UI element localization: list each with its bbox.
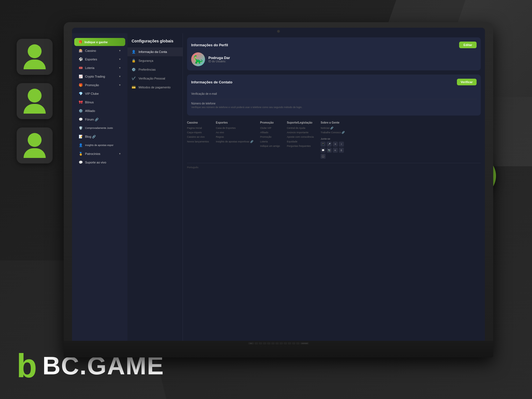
social-twitter-icon[interactable]: ✕ [333,142,338,147]
justo-icon: 🛡️ [78,126,83,130]
social-bitcoin-icon[interactable]: ₿ [339,148,344,153]
footer-link[interactable]: Aposte com consciência [287,135,314,139]
social-mic-icon[interactable]: 🎤 [327,142,332,147]
footer-link[interactable]: Clube VIP [260,126,280,130]
footer-link[interactable]: Loteria [260,139,280,144]
sidebar-item-vip[interactable]: 💎 VIP Clube [74,89,125,98]
sidebar-item-cassino[interactable]: 🎰 Cassino ▼ [74,47,125,55]
avatar-circle-2 [28,89,42,103]
user-info-row: 🦕 Podruga Dar ID do Usuário: [191,52,477,66]
settings-title: Configurações globais [127,37,183,47]
social-telegram-icon[interactable]: 📱 [321,142,326,147]
settings-menu-account[interactable]: 👤 Informação da Conta [127,47,183,56]
sidebar-item-indique[interactable]: 🎁 Indique e ganhe [74,38,125,46]
social-discord-icon[interactable]: 💬 [321,148,326,153]
sidebar-item-esportes[interactable]: ⚽ Esportes ▼ [74,55,125,63]
footer-suporte: Suporte/Legislação Central de Ajuda Anún… [287,121,314,159]
footer-suporte-title: Suporte/Legislação [287,121,314,124]
patrocinios-icon: 🏅 [78,152,83,156]
settings-menu-verification[interactable]: ✔️ Verificação Pessoal [127,74,183,83]
avatar-body-1 [24,60,46,69]
suporte-icon: 💬 [78,160,83,165]
laptop-screen: 🎁 Indique e ganhe 🎰 Cassino ▼ [72,28,485,341]
phone-label: Número de telefone [191,102,477,105]
profile-section-header: Informações do Perfil Editar [191,42,477,48]
footer-cassino-links: Pagina Inicial Caça-níqueis Cassino ao v… [187,126,209,144]
footer-link[interactable]: Cassino ao vivo [187,135,209,139]
prefs-menu-icon: ⚙️ [132,68,136,71]
crypto-label: Crypto Trading [85,75,105,78]
verification-menu-label: Verificação Pessoal [139,77,165,80]
blog-label: Blog 🔗 [85,135,96,139]
indique-label: Indique e ganhe [85,40,108,44]
footer-link[interactable]: Equidade [287,139,314,144]
footer-link[interactable]: Anúncio Importante [287,130,314,135]
avatar-deco-1 [17,39,53,75]
sidebar-item-patrocinios[interactable]: 🏅 Patrocínios ▼ [74,150,125,158]
settings-menu-security[interactable]: 🔒 Segurança [127,56,183,65]
security-menu-label: Segurança [139,59,153,62]
footer-sobre: Sobre a Gente Notícias 🔗 Trabalhe Conosc… [321,121,346,159]
sidebar-item-forum[interactable]: 💬 Fórum 🔗 [74,115,125,124]
crypto-icon: 📈 [78,74,83,79]
indique-icon: 🎁 [78,40,82,44]
main-content: Informações do Perfil Editar 🦕 Podruga D… [183,33,485,341]
footer-cassino: Cassino Pagina Inicial Caça-níqueis Cass… [187,121,209,159]
footer-links: Cassino Pagina Inicial Caça-níqueis Cass… [187,121,481,159]
footer-link[interactable]: Ao vivo [216,130,253,135]
profile-section-title: Informações do Perfil [191,43,228,47]
justo-label: Comprovadamente Justo [85,127,113,129]
social-headphones-icon[interactable]: 🎧 [321,154,326,159]
footer-link[interactable]: Insights de apostas esportivas 🔗 [216,139,253,144]
bonus-icon: 🎀 [78,100,83,104]
crypto-chevron: ▼ [119,75,121,78]
social-icons-row: 📱 🎤 ✕ f 💬 📷 K ₿ 🎧 [321,142,346,159]
camera-dot [277,30,280,33]
insights-icon: 👤 [78,143,83,147]
junte-title: Junte-se [321,137,346,140]
footer-link[interactable]: Central de Ajuda [287,126,314,130]
sidebar-item-justo[interactable]: 🛡️ Comprovadamente Justo [74,124,125,132]
language-bar: Português [187,163,481,169]
footer-link[interactable]: Promoção [260,135,280,139]
verify-button[interactable]: Verificar [457,79,477,85]
footer-link[interactable]: Indique um amigo [260,144,280,148]
patrocinios-label: Patrocínios [85,152,100,155]
forum-label: Fórum 🔗 [85,118,99,121]
sidebar-item-suporte[interactable]: 💬 Suporte ao vivo [74,158,125,167]
patrocinios-chevron: ▼ [119,152,121,155]
loteria-icon: 🎟️ [78,66,83,70]
sidebar-item-crypto[interactable]: 📈 Crypto Trading ▼ [74,72,125,81]
footer-link[interactable]: Pagina Inicial [187,126,209,130]
email-label: Verificação de e-mail [191,92,477,95]
sidebar-item-insights[interactable]: 👤 Insights de apostas espor [74,141,125,149]
settings-menu-prefs[interactable]: ⚙️ Preferências [127,65,183,74]
footer-link[interactable]: Notícias 🔗 [321,126,346,130]
promocao-icon: 🎁 [78,83,83,87]
afiliado-icon: ⚙️ [78,109,83,113]
footer-link[interactable]: Novos lançamentos [187,139,209,144]
settings-menu-payment[interactable]: 💳 Métodos de pagamento [127,83,183,92]
footer-link[interactable]: Casa de Esportes [216,126,253,130]
footer-esportes: Esportes Casa de Esportes Ao vivo Regras… [216,121,253,159]
sidebar-item-blog[interactable]: 📝 Blog 🔗 [74,132,125,141]
laptop-keyboard: esc command [64,341,493,357]
sidebar-item-afiliado[interactable]: ⚙️ Afiliado [74,107,125,115]
avatar-deco-2 [17,83,53,119]
footer-link[interactable]: Trabalhe Conosco 🔗 [321,130,346,135]
footer-link[interactable]: Perguntas frequentes [287,144,314,148]
loteria-label: Loteria [85,66,94,70]
footer-link[interactable]: Regras [216,135,253,139]
sidebar-item-loteria[interactable]: 🎟️ Loteria ▼ [74,64,125,72]
phone-hint: Verifique seu número de telefone e você … [191,106,477,109]
footer-link[interactable]: Afiliado [260,130,280,135]
edit-profile-button[interactable]: Editar [459,42,477,48]
social-facebook-icon[interactable]: f [339,142,344,147]
sidebar-item-promocao[interactable]: 🎁 Promoção ▼ [74,81,125,89]
social-k-icon[interactable]: K [333,148,338,153]
sidebar-item-bonus[interactable]: 🎀 Bônus [74,98,125,106]
avatar-circle-1 [28,44,42,58]
language-label: Português [187,166,198,169]
social-instagram-icon[interactable]: 📷 [327,148,332,153]
footer-link[interactable]: Caça-níqueis [187,130,209,135]
